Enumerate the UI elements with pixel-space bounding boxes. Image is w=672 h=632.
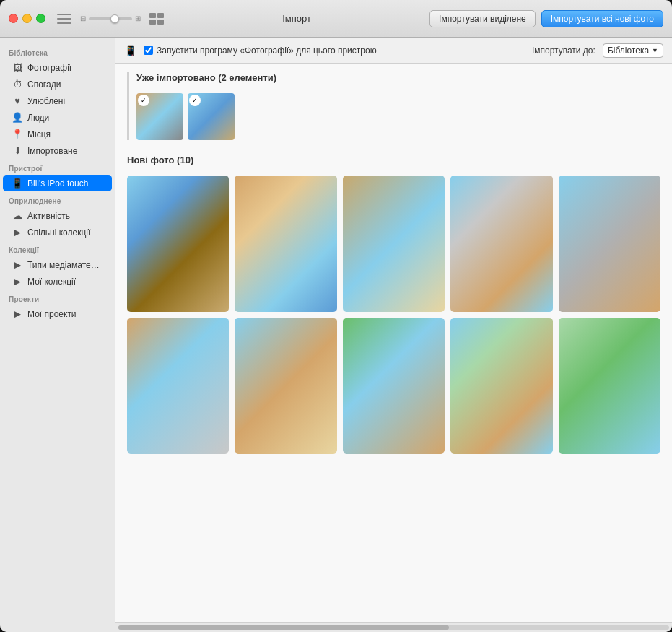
new-photo-1[interactable] [127,176,229,312]
content-area: 📱 Запустити програму «Фотографії» для ць… [115,38,672,632]
already-imported-section: Уже імпортовано (2 елементи) ✓ ✓ [127,72,660,140]
memories-icon: ⏱ [12,79,23,90]
media-types-expand-icon: ▶ [12,259,23,270]
my-projects-expand-icon: ▶ [12,308,23,319]
sidebar-toggle-button[interactable] [57,14,71,24]
sidebar-label-my-projects: Мої проекти [27,309,103,319]
imported-badge-2: ✓ [189,95,201,106]
traffic-lights [9,14,45,23]
sidebar-item-media-types[interactable]: ▶ Типи медіаматері... [3,256,112,273]
sidebar-item-places[interactable]: 📍 Місця [3,126,112,142]
imported-icon: ⬇ [12,145,23,156]
new-photo-2[interactable] [235,176,336,312]
imported-badge-1: ✓ [138,95,149,106]
launch-photos-checkbox[interactable] [144,46,153,55]
sidebar-section-devices: Пристрої [0,159,115,175]
scroll-thumb[interactable] [118,625,449,630]
sidebar-item-my-projects[interactable]: ▶ Мої проекти [3,306,112,322]
sidebar-label-imported: Імпортоване [27,146,103,156]
sidebar-label-favorites: Улюблені [27,96,103,106]
import-to-label: Імпортувати до: [532,46,595,56]
sidebar-label-shared-albums: Спільні колекції [27,228,103,238]
photos-icon: 🖼 [12,62,23,73]
new-photo-10[interactable] [559,318,660,454]
sidebar-item-photos[interactable]: 🖼 Фотографії [3,59,112,76]
dropdown-arrow-icon: ▼ [652,47,658,54]
main-layout: Бібліотека 🖼 Фотографії ⏱ Спогади ♥ Улюб… [0,38,672,632]
new-photo-7[interactable] [235,318,336,454]
new-photo-4[interactable] [450,176,552,312]
sidebar-section-library: Бібліотека [0,43,115,59]
new-photos-grid [127,176,660,454]
sidebar-item-my-albums[interactable]: ▶ Мої колекції [3,273,112,290]
new-photo-3[interactable] [343,176,445,312]
import-all-button[interactable]: Імпортувати всі нові фото [541,10,663,27]
launch-photos-label: Запустити програму «Фотографії» для цьог… [157,46,377,56]
new-photos-header: Нові фото (10) [127,155,660,168]
sidebar-item-ipod[interactable]: 📱 Bill's iPod touch [3,175,112,191]
new-photo-8[interactable] [343,318,445,454]
places-icon: 📍 [12,129,23,139]
sidebar-label-people: Люди [27,113,103,123]
imported-photo-2[interactable]: ✓ [188,93,235,140]
close-button[interactable] [9,14,18,23]
ipod-icon: 📱 [12,178,23,189]
sidebar-section-projects: Проекти [0,290,115,306]
sidebar-item-favorites[interactable]: ♥ Улюблені [3,92,112,109]
sidebar-item-memories[interactable]: ⏱ Спогади [3,76,112,92]
launch-photos-checkbox-label[interactable]: Запустити програму «Фотографії» для цьог… [144,46,377,56]
sidebar-item-activity[interactable]: ☁ Активність [3,207,112,224]
minimize-button[interactable] [22,14,32,23]
import-toolbar: 📱 Запустити програму «Фотографії» для ць… [115,38,672,64]
sidebar-item-shared-albums[interactable]: ▶ Спільні колекції [3,224,112,241]
people-icon: 👤 [12,112,23,123]
sidebar-label-ipod: Bill's iPod touch [27,178,103,189]
sidebar: Бібліотека 🖼 Фотографії ⏱ Спогади ♥ Улюб… [0,38,115,632]
grid-view-toggle[interactable] [149,13,164,25]
my-albums-expand-icon: ▶ [12,276,23,287]
sidebar-label-photos: Фотографії [27,63,103,73]
already-imported-grid: ✓ ✓ [136,93,660,140]
device-toolbar-icon: 📱 [124,45,136,56]
titlebar: ⊟ ⊞ Імпорт Імпортувати виділене Імпортув… [0,0,672,38]
activity-icon: ☁ [12,210,23,221]
new-photo-6[interactable] [127,318,229,454]
sidebar-label-activity: Активність [27,211,103,221]
sidebar-item-imported[interactable]: ⬇ Імпортоване [3,142,112,159]
sidebar-label-my-albums: Мої колекції [27,277,103,287]
horizontal-scrollbar[interactable] [115,622,672,632]
photos-area: Уже імпортовано (2 елементи) ✓ ✓ Нові фо… [115,64,672,622]
new-photo-5[interactable] [559,176,660,312]
new-photos-section: Нові фото (10) [127,155,660,454]
import-to-value: Бібліотека [608,46,649,56]
scroll-track [118,625,669,630]
new-photo-9[interactable] [450,318,552,454]
main-window: ⊟ ⊞ Імпорт Імпортувати виділене Імпортув… [0,0,672,632]
maximize-button[interactable] [36,14,45,23]
sidebar-item-people[interactable]: 👤 Люди [3,109,112,126]
sidebar-section-shared: Оприлюднене [0,191,115,207]
favorites-icon: ♥ [12,95,23,106]
sidebar-label-memories: Спогади [27,79,103,90]
titlebar-actions: Імпортувати виділене Імпортувати всі нов… [429,10,663,27]
imported-photo-1[interactable]: ✓ [136,93,183,140]
zoom-slider[interactable]: ⊟ ⊞ [80,14,141,22]
window-title: Імпорт [170,13,424,24]
sidebar-label-media-types: Типи медіаматері... [27,260,103,270]
sidebar-label-places: Місця [27,129,103,139]
already-imported-header: Уже імпортовано (2 елементи) [136,72,660,86]
import-selected-button[interactable]: Імпортувати виділене [429,10,536,27]
sidebar-section-collections: Колекції [0,241,115,256]
shared-albums-expand-icon: ▶ [12,227,23,238]
import-to-dropdown[interactable]: Бібліотека ▼ [603,43,663,58]
